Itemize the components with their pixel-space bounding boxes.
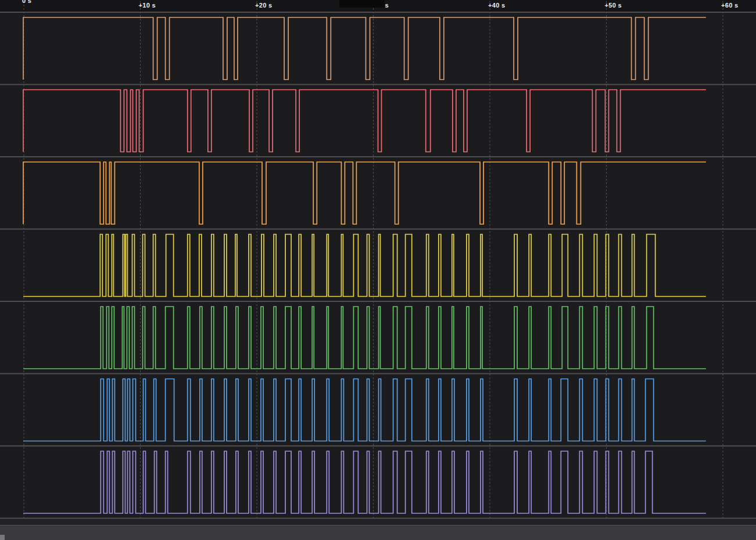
time-tick-label: +10 s [139, 2, 156, 9]
horizontal-scrollbar[interactable] [0, 525, 756, 540]
time-tick-label: +60 s [721, 2, 738, 9]
channel-6-trace [23, 451, 706, 513]
time-tick-label: +50 s [605, 2, 622, 9]
scrollbar-corner-handle[interactable] [0, 535, 5, 540]
time-tick-label: +20 s [255, 2, 272, 9]
channel-0-trace [23, 17, 706, 80]
channel-4-trace [23, 307, 706, 369]
channel-5-trace [23, 379, 706, 441]
waveform-canvas[interactable] [0, 0, 756, 519]
channel-1-trace [23, 90, 706, 152]
channel-3-trace [23, 235, 706, 297]
time-tick-label: +40 s [488, 2, 505, 9]
channel-2-trace [23, 162, 706, 224]
bottom-strip [0, 519, 756, 525]
waveform-viewer: 0 s+10 s+20 s+30 s+40 s+50 s+60 s [0, 0, 756, 540]
time-tick-label: 0 s [22, 0, 31, 4]
ruler-dark-patch [339, 0, 385, 8]
